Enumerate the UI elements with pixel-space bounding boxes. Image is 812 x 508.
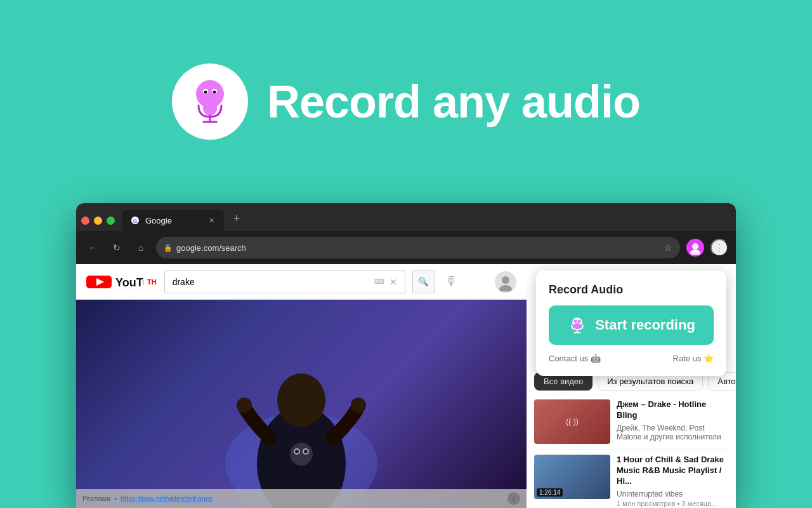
address-bar: ← ↻ ⌂ 🔒 google.com/search ☆ ⋮ — [76, 231, 736, 264]
search-clear-icon[interactable]: ✕ — [390, 277, 397, 287]
video-channel-2: Uninterrupted vibes — [617, 490, 728, 498]
new-tab-button[interactable]: + — [228, 210, 246, 227]
browser-window: G Google ✕ + ← ↻ ⌂ 🔒 google.com/search ☆… — [76, 203, 736, 508]
svg-point-23 — [237, 398, 252, 413]
yt-user-avatar[interactable] — [495, 271, 516, 293]
youtube-logo-svg: YouTube — [86, 273, 143, 291]
rate-us-link[interactable]: Rate us ⭐ — [673, 354, 714, 363]
app-logo-wrapper — [172, 64, 248, 140]
svg-point-9 — [690, 250, 700, 255]
video-list: ((·)) Джем – Drake - Hotline Bling Дрейк… — [527, 394, 736, 508]
youtube-search-button[interactable]: 🔍 — [412, 271, 435, 293]
traffic-lights — [81, 217, 115, 225]
svg-point-24 — [351, 398, 366, 413]
svg-point-3 — [204, 91, 207, 94]
minimize-traffic-light[interactable] — [94, 217, 102, 225]
popup-footer: Contact us 🤖 Rate us ⭐ — [549, 354, 714, 363]
video-title-2: 1 Hour of Chill & Sad Drake Music R&B Mu… — [617, 455, 728, 487]
hero-title: Record any audio — [267, 76, 640, 128]
video-info-1: Джем – Drake - Hotline Bling Дрейк, The … — [617, 399, 728, 444]
contact-us-link[interactable]: Contact us 🤖 — [549, 354, 601, 363]
start-recording-label: Start recording — [595, 317, 695, 333]
svg-text:G: G — [133, 218, 138, 224]
browser-tab-google[interactable]: G Google ✕ — [122, 210, 224, 231]
svg-point-22 — [277, 373, 325, 427]
tab-title: Google — [145, 216, 172, 225]
video-info-2: 1 Hour of Chill & Sad Drake Music R&B Mu… — [617, 455, 728, 507]
maximize-traffic-light[interactable] — [107, 217, 115, 225]
svg-point-21 — [304, 450, 308, 453]
refresh-button[interactable]: ↻ — [108, 239, 126, 257]
ad-info-icon[interactable]: ℹ — [508, 492, 520, 505]
svg-point-26 — [574, 320, 577, 323]
ad-banner: Реклама • https://paw.net/video/enhance … — [76, 489, 527, 508]
video-title-1: Джем – Drake - Hotline Bling — [617, 399, 728, 421]
youtube-logo: YouTube TH — [86, 273, 157, 291]
video-item[interactable]: ((·)) Джем – Drake - Hotline Bling Дрейк… — [534, 394, 728, 450]
hero-section: Record any audio — [0, 0, 812, 203]
svg-point-14 — [499, 285, 512, 291]
yt-th-label: TH — [147, 278, 157, 286]
lock-icon: 🔒 — [164, 244, 173, 252]
video-duration-2: 1:26:14 — [537, 488, 563, 497]
right-panel: Record Audio Start recording Contact us — [527, 264, 736, 508]
user-avatar-button[interactable] — [686, 239, 704, 257]
address-text: google.com/search — [176, 243, 660, 253]
svg-point-4 — [213, 91, 216, 94]
video-meta-2: 1 млн просмотров • 3 месяца... — [617, 500, 728, 507]
home-button[interactable]: ⌂ — [132, 239, 150, 257]
bookmark-icon[interactable]: ☆ — [664, 243, 672, 253]
mic-button-icon — [567, 315, 587, 335]
drake-figure — [193, 300, 409, 508]
youtube-search-box[interactable]: ⌨ ✕ — [164, 271, 405, 293]
youtube-search-input[interactable] — [173, 277, 369, 287]
video-thumbnail-1: ((·)) — [534, 399, 610, 444]
video-channel-1: Дрейк, The Weeknd, Post Malone и другие … — [617, 424, 728, 441]
close-traffic-light[interactable] — [81, 217, 89, 225]
svg-point-8 — [692, 243, 698, 250]
svg-point-20 — [295, 450, 299, 453]
back-button[interactable]: ← — [84, 239, 102, 257]
video-thumbnail-2: 1:26:14 — [534, 455, 610, 499]
youtube-video-area[interactable]: Реклама • https://paw.net/video/enhance … — [76, 300, 527, 508]
keyboard-icon: ⌨ — [374, 277, 384, 286]
youtube-toolbar: YouTube TH ⌨ ✕ 🔍 🎙 — [76, 264, 527, 300]
video-item[interactable]: 1:26:14 1 Hour of Chill & Sad Drake Musi… — [534, 450, 728, 508]
svg-point-27 — [578, 320, 581, 323]
address-input-wrapper[interactable]: 🔒 google.com/search ☆ — [156, 237, 680, 258]
mic-search-icon[interactable]: 🎙 — [445, 274, 458, 289]
tab-close-button[interactable]: ✕ — [206, 215, 216, 225]
tab-bar: G Google ✕ + — [76, 203, 736, 231]
record-audio-popup: Record Audio Start recording Contact us — [536, 271, 726, 376]
svg-point-17 — [290, 443, 313, 465]
popup-title: Record Audio — [549, 283, 714, 297]
wave-icon: ((·)) — [566, 417, 578, 426]
mic-logo-icon — [185, 76, 235, 127]
svg-text:YouTube: YouTube — [115, 276, 143, 289]
page-content: YouTube TH ⌨ ✕ 🔍 🎙 — [76, 264, 736, 508]
more-options-button[interactable]: ⋮ — [710, 239, 728, 257]
tab-favicon: G — [130, 215, 140, 225]
svg-rect-5 — [203, 98, 217, 116]
start-recording-button[interactable]: Start recording — [549, 305, 714, 345]
ad-label: Реклама — [82, 495, 110, 502]
svg-point-13 — [502, 276, 509, 284]
youtube-panel: YouTube TH ⌨ ✕ 🔍 🎙 — [76, 264, 527, 508]
ad-url[interactable]: https://paw.net/video/enhance — [121, 495, 213, 502]
